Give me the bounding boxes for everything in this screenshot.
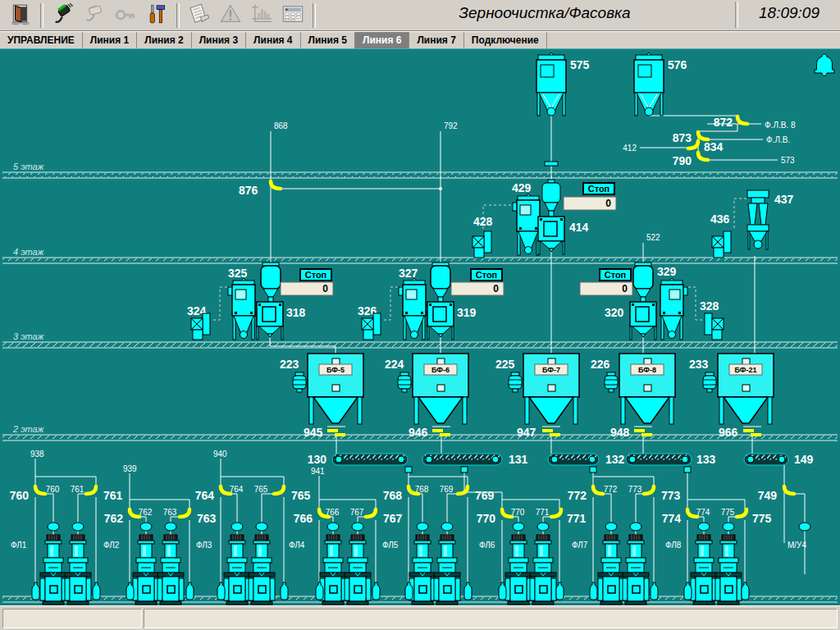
- toolbar-separator: [735, 2, 738, 28]
- exit-button[interactable]: [5, 2, 36, 29]
- tab-podklyuchenie[interactable]: Подключение: [464, 32, 547, 48]
- line-fl1-label: ФЛ1: [11, 541, 27, 550]
- cyclone-327-label: 327: [399, 267, 418, 280]
- fan-436-label: 436: [710, 212, 730, 226]
- svg-text:775: 775: [721, 508, 735, 517]
- disconnect-plug-icon: [83, 2, 106, 28]
- line-fl2-label: ФЛ2: [103, 541, 120, 550]
- cyclone-329[interactable]: [660, 278, 687, 340]
- tab-upravlenie[interactable]: УПРАВЛЕНИЕ: [0, 32, 83, 48]
- cyclone-429[interactable]: [513, 194, 540, 255]
- valve-765-label: 765: [291, 489, 311, 502]
- cyclone-576[interactable]: [634, 52, 664, 116]
- svg-text:765: 765: [254, 485, 268, 494]
- bin-319-label: 319: [457, 306, 477, 319]
- valve-771-label: 771: [567, 512, 587, 525]
- tab-line-6[interactable]: Линия 6: [355, 32, 409, 48]
- tab-line-1[interactable]: Линия 1: [83, 32, 137, 48]
- valve-768-label: 768: [383, 489, 403, 502]
- conveyor-130[interactable]: [332, 454, 408, 465]
- filter-414[interactable]: [538, 217, 564, 254]
- bunker-bf21-motor[interactable]: [703, 372, 716, 392]
- bunker-row: БФ-5 БФ-6 БФ-7 БФ-8 БФ-21 223 224 225 22…: [280, 354, 774, 439]
- svg-text:761: 761: [71, 485, 84, 494]
- alarm-bell-icon[interactable]: [815, 54, 834, 75]
- small-cyclone[interactable]: [542, 180, 560, 217]
- disconnect-button[interactable]: [79, 2, 110, 29]
- bunker-bf6-motor[interactable]: [398, 372, 411, 392]
- vessel-319[interactable]: [431, 262, 450, 302]
- scada-window: Зерноочистка/Фасовка 18:09:09 УПРАВЛЕНИЕ…: [0, 0, 840, 630]
- bin-318[interactable]: [257, 302, 283, 340]
- cyclone-325[interactable]: [228, 278, 255, 340]
- toolbar-separator: [176, 3, 180, 28]
- trends-button[interactable]: [246, 2, 277, 29]
- gate-966-label: 966: [719, 426, 738, 439]
- stop-widget-4: Стоп 0: [580, 269, 632, 295]
- conveyor-133[interactable]: [626, 454, 692, 465]
- conveyor-131[interactable]: [422, 454, 502, 465]
- panel-button[interactable]: [277, 2, 308, 29]
- valve-872-icon[interactable]: [737, 116, 747, 124]
- svg-text:766: 766: [326, 508, 340, 517]
- tab-line-4[interactable]: Линия 4: [246, 32, 300, 48]
- toolbar-separator: [40, 3, 43, 28]
- vessel-318[interactable]: [261, 262, 281, 302]
- report-button[interactable]: [184, 2, 215, 29]
- valve-773-label: 773: [661, 489, 681, 502]
- conveyor-132[interactable]: [548, 454, 599, 465]
- bin-320[interactable]: [630, 302, 656, 340]
- line-522-label: 522: [646, 233, 660, 242]
- line-792-label: 792: [444, 121, 458, 130]
- tools-button[interactable]: [141, 2, 172, 29]
- fan-428-label: 428: [473, 215, 493, 228]
- connect-button[interactable]: [48, 2, 79, 29]
- valve-775-label: 775: [752, 512, 772, 525]
- bunker-bf5-motor[interactable]: [293, 372, 306, 392]
- svg-text:764: 764: [230, 485, 244, 494]
- battery-cyclone-437[interactable]: [747, 190, 769, 249]
- calculator-icon: [281, 2, 305, 28]
- valve-876-icon[interactable]: [271, 181, 281, 189]
- conveyor-discharges: [405, 467, 691, 472]
- valve-790-icon[interactable]: [698, 153, 708, 160]
- fan-328[interactable]: [705, 313, 724, 340]
- fan-428[interactable]: [472, 231, 491, 258]
- valve-761-label: 761: [103, 489, 123, 502]
- tab-line-7[interactable]: Линия 7: [409, 32, 463, 48]
- alarms-button[interactable]: [215, 2, 246, 29]
- conveyor-149[interactable]: [744, 454, 788, 465]
- counter-value-2: 0: [322, 283, 328, 294]
- valve-774-label: 774: [662, 512, 682, 525]
- valve-769-label: 769: [475, 489, 495, 502]
- conveyor-row: 130 131 132 133 149: [308, 453, 814, 472]
- vessel-320[interactable]: [633, 262, 653, 302]
- bin-320-label: 320: [605, 306, 624, 319]
- bunker-bf6-plate: БФ-6: [431, 366, 450, 374]
- dest-flv-label: Ф.Л.В.: [766, 135, 790, 144]
- bunker-bf7-motor[interactable]: [509, 372, 522, 392]
- stop-button-3-label: Стоп: [476, 270, 498, 280]
- valve-764-label: 764: [195, 489, 215, 502]
- bunker-233-label: 233: [689, 358, 709, 371]
- key-button[interactable]: [110, 2, 141, 29]
- fan-436[interactable]: [712, 231, 731, 258]
- valve-763-label: 763: [197, 512, 217, 525]
- svg-text:763: 763: [163, 508, 177, 517]
- valve-760-label: 760: [10, 489, 30, 502]
- stop-button-2-label: Стоп: [305, 270, 327, 280]
- clock: 18:09:09: [742, 4, 837, 22]
- valve-770-label: 770: [477, 512, 496, 525]
- tab-line-5[interactable]: Линия 5: [301, 32, 355, 48]
- tab-line-2[interactable]: Линия 2: [137, 32, 191, 48]
- bin-319[interactable]: [427, 302, 454, 340]
- cyclone-575[interactable]: [536, 52, 566, 116]
- cyclone-327[interactable]: [399, 278, 426, 340]
- bunker-bf8-motor[interactable]: [605, 372, 618, 392]
- feed-939-label: 939: [123, 464, 137, 473]
- svg-text:770: 770: [511, 508, 525, 517]
- tab-line-3[interactable]: Линия 3: [192, 32, 246, 48]
- slide-575[interactable]: [545, 162, 558, 166]
- valve-873-icon[interactable]: [698, 132, 708, 139]
- bunker-225-label: 225: [495, 358, 515, 371]
